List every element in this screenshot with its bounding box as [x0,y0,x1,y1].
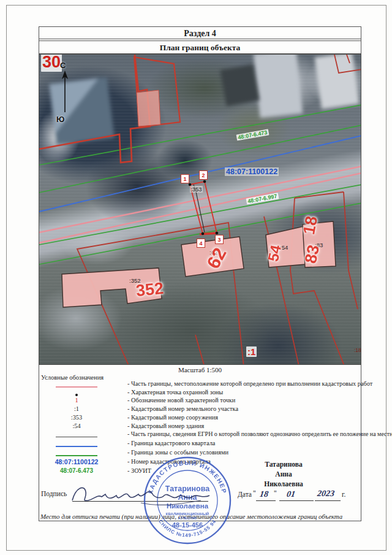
parcel-18-number: :18 [353,347,361,353]
legend-row: - Часть границы, сведения ЕГРН о которой… [39,431,361,438]
compass-south-label: Ю [56,115,64,124]
engineer-first-name: Анна [257,469,310,479]
point-marker-4: 4 [197,239,205,248]
compass-north-label: С [60,61,66,70]
map-plan: 30 С Ю 48:07-6.473 48:07:1100122 48:07-6… [39,54,361,365]
zouit-boundary-line-symbol [56,455,97,456]
structure-number-symbol: :353 [40,414,113,421]
date-close-quote: " [274,489,277,497]
point-dot-symbol [75,394,78,396]
new-point-symbol: 1 [40,397,113,404]
point-marker-1: 1 [181,174,189,183]
point-marker-3: 3 [215,235,224,244]
north-arrow-icon [58,69,72,115]
legend-label: - Обозначение новой характерной точки [127,397,235,404]
map-linework [39,55,361,365]
overlay-18: 18 [300,215,322,236]
overlay-54: 54 [265,243,285,263]
quarter-boundary-line-symbol [56,446,97,447]
date-label: Дата [238,491,252,498]
legend-row: 1 - Обозначение новой характерной точки [39,397,361,405]
parcel-1-number: :1 [246,346,257,357]
legend-row: :1 - Кадастровый номер земельного участк… [39,405,361,413]
point-marker-2: 2 [199,170,208,180]
legend-row: :54 - Кадастровый номер здания [39,423,361,431]
stamp-attestat-word2: АТТЕСТАТ [178,516,197,520]
legend-row: - Часть границы, местоположение которой … [39,380,361,388]
building-number-symbol: :54 [40,423,113,429]
new-boundary-line-symbol [56,386,97,388]
date-open-quote: " [253,489,256,497]
legend-label: - Граница кадастрового квартала [127,440,215,446]
date-month-line [279,500,314,501]
legend-label: - Кадастровый номер здания [127,423,204,429]
overlay-352: 352 [135,279,165,301]
date-month-handwritten: 01 [286,489,296,499]
engineer-surname: Татаринова [257,459,310,469]
stamp-attestat-word1: КВАЛИФИКАЦИОННЫЙ [166,511,209,516]
building-top-center [137,90,160,126]
legend-label: - Часть границы, местоположение которой … [127,380,372,387]
quarter-number-symbol: 48:07:1100122 [40,458,113,465]
overlay-83: 83 [301,243,324,266]
legend-row: :353 - Кадастровый номер сооружения [39,414,361,422]
legend-label: - Кадастровый номер сооружения [127,414,218,421]
legend-row: - Граница кадастрового квартала [39,440,361,448]
page-title: План границ объекта [39,40,361,54]
engineer-patronymic: Николаевна [257,479,310,489]
parcel-number-symbol: :1 [40,405,113,412]
handwritten-signature [69,482,216,508]
date-day-line [256,500,276,501]
engineer-name-block: Татаринова Анна Николаевна [257,459,310,489]
date-year-handwritten: 2023 [317,489,335,499]
structure-number: :353 [190,186,203,193]
section-title: Раздел 4 [39,26,361,39]
year-suffix: г. [342,491,345,498]
date-day-handwritten: 18 [259,489,269,499]
legend-label: - Кадастровый номер земельного участка [127,405,238,412]
signature-label: Подпись [41,490,67,497]
legend-row: - Характерная точка охранной зоны [39,389,361,397]
legend-label: - Характерная точка охранной зоны [127,389,223,396]
legend-label: - Часть границы, сведения ЕГРН о которой… [127,431,392,437]
stamp-attestat-number: 48-15-456 [172,521,203,529]
egrn-boundary-line-symbol [56,437,97,437]
scale-label: Масштаб 1:500 [39,366,361,373]
date-year-line [315,500,341,501]
zouit-number-symbol: 48:07-6.473 [40,467,113,474]
cadastral-plan-page: Раздел 4 План границ объекта [0,0,392,555]
quarter-number-label: 48:07:1100122 [225,167,279,176]
